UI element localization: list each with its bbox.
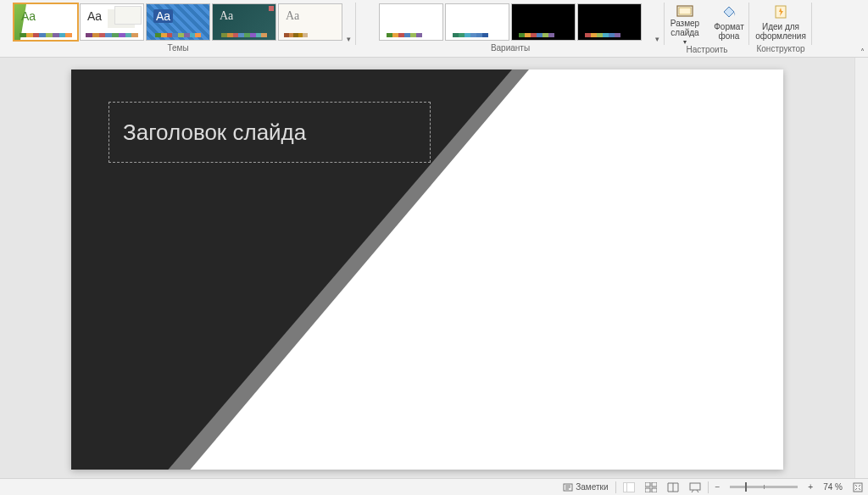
- svg-rect-14: [690, 483, 700, 490]
- zoom-in-button[interactable]: +: [803, 479, 818, 496]
- variant-swatch: [519, 33, 554, 37]
- separator: [615, 481, 616, 493]
- lightning-icon: [772, 3, 789, 20]
- theme-thumb-label: Aa: [153, 9, 173, 23]
- theme-thumb-2[interactable]: Aa: [80, 3, 144, 41]
- reading-view-button[interactable]: [662, 479, 684, 496]
- reading-view-icon: [667, 482, 679, 492]
- variant-thumb-1[interactable]: [379, 3, 443, 41]
- customize-group-label: Настроить: [687, 44, 728, 56]
- notes-icon: [563, 482, 573, 492]
- slide-title-placeholder[interactable]: Заголовок слайда: [108, 102, 431, 163]
- vertical-scrollbar[interactable]: [854, 58, 868, 478]
- slide-title-text: Заголовок слайда: [123, 120, 306, 146]
- theme-thumb-5[interactable]: Aa: [278, 3, 342, 41]
- theme-thumb-label: Aa: [286, 9, 299, 23]
- theme-swatch: [155, 33, 201, 37]
- variants-group-label: Варианты: [491, 42, 530, 54]
- svg-rect-13: [652, 488, 657, 492]
- normal-view-icon: [623, 482, 635, 492]
- slide[interactable]: Заголовок слайда: [71, 70, 783, 470]
- customize-group: Размер слайда ▾ Формат фона Настроить: [665, 0, 749, 57]
- svg-rect-17: [854, 483, 862, 492]
- slide-canvas-area: Заголовок слайда: [0, 58, 854, 478]
- variant-thumb-4[interactable]: [577, 3, 642, 41]
- svg-rect-10: [645, 482, 650, 487]
- svg-rect-8: [624, 483, 626, 492]
- themes-expand-button[interactable]: ▾: [342, 33, 354, 45]
- fit-to-window-button[interactable]: [848, 479, 868, 496]
- slide-size-label: Размер слайда: [666, 19, 704, 37]
- slide-size-icon: [676, 3, 693, 17]
- zoom-level[interactable]: 74 %: [818, 479, 848, 496]
- svg-rect-1: [679, 8, 691, 14]
- design-ideas-button[interactable]: Идеи для оформления: [751, 2, 810, 43]
- themes-group: Aa Aa Aa Aa Aa ▾ Темы: [0, 0, 356, 57]
- variant-swatch: [387, 33, 422, 37]
- svg-rect-9: [627, 483, 634, 492]
- collapse-ribbon-button[interactable]: ˄: [860, 47, 865, 57]
- theme-swatch: [86, 33, 138, 37]
- theme-thumb-label: Aa: [21, 9, 36, 23]
- variants-gallery: [379, 2, 642, 42]
- variant-swatch: [585, 33, 620, 37]
- normal-view-button[interactable]: [618, 479, 640, 496]
- slide-size-button[interactable]: Размер слайда ▾: [663, 2, 707, 44]
- theme-thumb-3[interactable]: Aa: [146, 3, 210, 41]
- zoom-slider[interactable]: [730, 486, 798, 488]
- separator: [708, 481, 709, 493]
- slide-sorter-button[interactable]: [640, 479, 662, 496]
- slideshow-button[interactable]: [684, 479, 706, 496]
- status-bar: Заметки − + 74 %: [0, 478, 868, 495]
- themes-group-label: Темы: [167, 42, 188, 54]
- ribbon: Aa Aa Aa Aa Aa ▾ Темы: [0, 0, 868, 58]
- theme-swatch: [284, 33, 308, 37]
- svg-rect-11: [652, 482, 657, 487]
- theme-thumb-1[interactable]: Aa: [14, 3, 78, 41]
- variant-thumb-2[interactable]: [445, 3, 509, 41]
- slide-sorter-icon: [645, 482, 657, 492]
- variants-expand-button[interactable]: ▾: [651, 33, 663, 45]
- zoom-out-button[interactable]: −: [710, 479, 726, 496]
- theme-thumb-4[interactable]: Aa: [212, 3, 276, 41]
- variant-thumb-3[interactable]: [511, 3, 576, 41]
- notes-label: Заметки: [576, 482, 608, 492]
- variant-swatch: [453, 33, 488, 37]
- slideshow-icon: [689, 482, 701, 492]
- bg-format-label: Формат фона: [710, 22, 748, 41]
- themes-gallery: Aa Aa Aa Aa Aa: [14, 2, 342, 42]
- designer-group-label: Конструктор: [756, 43, 804, 55]
- variants-group: ▾ Варианты: [356, 0, 665, 57]
- paint-bucket-icon: [721, 3, 737, 20]
- designer-group: Идеи для оформления Конструктор: [749, 0, 812, 57]
- svg-rect-12: [645, 488, 650, 492]
- theme-thumb-label: Aa: [220, 9, 233, 23]
- theme-swatch: [221, 33, 267, 37]
- bg-format-button[interactable]: Формат фона: [707, 2, 751, 44]
- theme-thumb-label: Aa: [87, 9, 102, 23]
- notes-button[interactable]: Заметки: [558, 479, 613, 496]
- design-ideas-label: Идеи для оформления: [754, 22, 807, 41]
- theme-swatch: [19, 33, 72, 37]
- fit-icon: [853, 482, 863, 492]
